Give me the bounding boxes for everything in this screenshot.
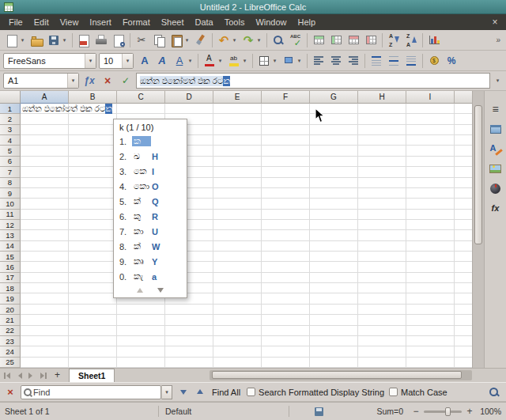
row-header-17[interactable]: 17 — [0, 273, 21, 283]
paste-button[interactable] — [168, 32, 192, 49]
accept-icon[interactable] — [118, 73, 134, 89]
row-header-16[interactable]: 16 — [0, 262, 21, 272]
ime-page-up-icon[interactable] — [137, 288, 143, 293]
row-header-2[interactable]: 2 — [0, 114, 21, 124]
row-header-11[interactable]: 11 — [0, 210, 21, 220]
sidebar-menu-icon[interactable] — [487, 102, 504, 116]
align-right-button[interactable] — [345, 52, 362, 70]
column-header-h[interactable]: H — [358, 91, 406, 104]
title-bar[interactable]: Untitled 2 - LibreOffice Calc — [0, 0, 506, 14]
function-wizard-icon[interactable] — [81, 73, 97, 89]
menu-window[interactable]: Window — [250, 15, 292, 29]
align-center-button[interactable] — [327, 52, 345, 70]
row-header-3[interactable]: 3 — [0, 125, 21, 135]
last-sheet-button[interactable] — [38, 370, 48, 380]
spelling-button[interactable] — [287, 32, 304, 49]
column-header-g[interactable]: G — [310, 91, 358, 104]
delete-column-button[interactable] — [362, 32, 380, 49]
row-header-4[interactable]: 4 — [0, 135, 21, 146]
redo-dropdown-icon[interactable] — [255, 37, 262, 44]
row-header-12[interactable]: 12 — [0, 220, 21, 230]
close-document-icon[interactable] — [487, 17, 503, 28]
percent-button[interactable] — [443, 52, 460, 70]
search-formatted-checkbox[interactable] — [247, 388, 255, 396]
underline-button[interactable] — [171, 52, 195, 70]
font-size-combobox[interactable]: 10 — [99, 53, 134, 69]
toolbar-overflow-button[interactable] — [493, 36, 503, 44]
row-header-14[interactable]: 14 — [0, 241, 21, 252]
menu-file[interactable]: File — [3, 15, 28, 29]
menu-format[interactable]: Format — [117, 15, 156, 29]
row-header-23[interactable]: 23 — [0, 336, 21, 346]
sort-descending-button[interactable] — [402, 32, 420, 49]
font-color-dropdown-icon[interactable] — [217, 58, 224, 64]
column-header-d[interactable]: D — [165, 91, 213, 104]
row-header-18[interactable]: 18 — [0, 283, 21, 293]
row-header-9[interactable]: 9 — [0, 188, 21, 199]
search-formatted-option[interactable]: Search Formatted Display String — [247, 388, 384, 397]
sum-status[interactable]: Sum=0 — [376, 407, 403, 416]
highlight-color-dropdown-icon[interactable] — [241, 58, 248, 64]
zoom-slider[interactable] — [424, 411, 462, 413]
menu-view[interactable]: View — [55, 15, 85, 29]
underline-dropdown-icon[interactable] — [187, 58, 194, 64]
ime-candidate-10[interactable]: 0.කැa — [114, 269, 187, 284]
row-header-7[interactable]: 7 — [0, 167, 21, 177]
menu-sheet[interactable]: Sheet — [156, 15, 190, 29]
menu-edit[interactable]: Edit — [28, 15, 55, 29]
sort-ascending-button[interactable] — [385, 32, 402, 49]
menu-tools[interactable]: Tools — [219, 15, 251, 29]
match-case-checkbox[interactable] — [389, 388, 398, 396]
ime-candidate-7[interactable]: 7.කාU — [114, 224, 187, 239]
cell-a1[interactable]: ඔන්න එකෝමත් එක රට ක — [22, 104, 112, 114]
find-all-button[interactable]: Find All — [212, 388, 240, 397]
background-color-button[interactable] — [280, 52, 304, 70]
row-header-25[interactable]: 25 — [0, 358, 21, 368]
menu-insert[interactable]: Insert — [84, 15, 117, 29]
sidebar-navigator-icon[interactable] — [487, 181, 504, 195]
row-header-1[interactable]: 1 — [0, 104, 21, 114]
undo-dropdown-icon[interactable] — [231, 37, 238, 44]
valign-bottom-button[interactable] — [402, 52, 420, 70]
align-left-button[interactable] — [310, 52, 327, 70]
spreadsheet-grid[interactable]: ඔන්න එකෝමත් එක රට ක — [21, 104, 472, 368]
font-name-combobox[interactable]: FreeSans — [3, 53, 96, 69]
zoom-in-button[interactable] — [465, 406, 474, 417]
highlight-color-button[interactable] — [225, 52, 250, 70]
print-button[interactable] — [93, 32, 110, 49]
ime-candidate-3[interactable]: 3.කෙI — [114, 164, 187, 179]
valign-center-button[interactable] — [385, 52, 402, 70]
select-all-corner[interactable] — [0, 91, 21, 104]
next-sheet-button[interactable] — [26, 370, 36, 380]
name-box-dropdown-icon[interactable] — [67, 74, 78, 88]
find-input[interactable] — [33, 388, 160, 397]
new-document-button[interactable] — [3, 32, 28, 49]
previous-sheet-button[interactable] — [14, 370, 25, 380]
font-size-dropdown-icon[interactable] — [122, 54, 133, 68]
column-header-b[interactable]: B — [69, 91, 117, 104]
sidebar-styles-icon[interactable] — [487, 142, 504, 156]
find-previous-icon[interactable] — [194, 386, 206, 398]
row-header-22[interactable]: 22 — [0, 326, 21, 336]
save-button[interactable] — [45, 32, 70, 49]
font-color-button[interactable] — [201, 52, 225, 70]
ime-candidate-6[interactable]: 6.කුR — [114, 209, 187, 224]
row-header-24[interactable]: 24 — [0, 346, 21, 357]
row-header-15[interactable]: 15 — [0, 252, 21, 262]
ime-candidate-1[interactable]: 1.ක — [114, 134, 187, 149]
undo-button[interactable] — [215, 32, 240, 49]
redo-button[interactable] — [240, 32, 264, 49]
sheet-tab-sheet1[interactable]: Sheet1 — [69, 369, 115, 382]
column-header-i[interactable]: I — [406, 91, 455, 104]
vertical-scrollbar-thumb[interactable] — [474, 105, 482, 244]
clone-formatting-button[interactable] — [192, 32, 210, 49]
valign-top-button[interactable] — [368, 52, 385, 70]
borders-button[interactable] — [255, 52, 280, 70]
borders-dropdown-icon[interactable] — [271, 58, 278, 64]
ime-candidate-4[interactable]: 4.කොO — [114, 179, 187, 194]
ime-candidate-9[interactable]: 9.කෘY — [114, 254, 187, 269]
open-button[interactable] — [28, 32, 45, 49]
horizontal-scrollbar[interactable] — [210, 370, 472, 380]
sidebar-properties-icon[interactable] — [487, 122, 504, 136]
find-next-icon[interactable] — [177, 386, 189, 398]
